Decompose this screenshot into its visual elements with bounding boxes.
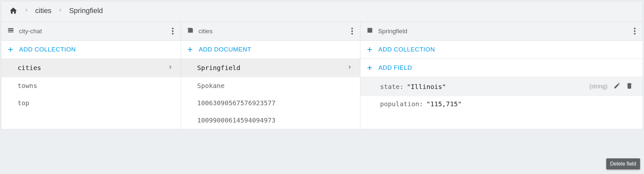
field-type: (string) bbox=[589, 83, 608, 90]
add-collection-button[interactable]: + ADD COLLECTION bbox=[1, 41, 181, 59]
edit-icon[interactable] bbox=[611, 81, 623, 92]
list-item[interactable]: towns bbox=[1, 77, 181, 94]
menu-button[interactable] bbox=[350, 26, 354, 36]
plus-icon: + bbox=[188, 46, 193, 53]
chevron-right-icon bbox=[346, 63, 353, 72]
breadcrumb-item[interactable]: cities bbox=[35, 7, 51, 15]
delete-icon[interactable] bbox=[623, 81, 636, 92]
chevron-right-icon bbox=[57, 7, 63, 15]
breadcrumb-item[interactable]: Springfield bbox=[69, 7, 103, 15]
chevron-right-icon bbox=[167, 63, 174, 72]
plus-icon: + bbox=[367, 65, 372, 71]
field-value: "Illinois" bbox=[407, 83, 446, 91]
plus-icon: + bbox=[8, 46, 13, 53]
collection-list: cities towns top bbox=[1, 59, 181, 112]
field-value: "115,715" bbox=[427, 100, 462, 108]
document-icon bbox=[366, 27, 373, 36]
field-key: population bbox=[380, 100, 419, 108]
document-list: Springfield Spokane 10063090567576923577… bbox=[181, 59, 360, 129]
home-icon[interactable] bbox=[9, 7, 18, 15]
add-document-button[interactable]: + ADD DOCUMENT bbox=[181, 41, 360, 59]
menu-button[interactable] bbox=[171, 26, 175, 36]
field-row[interactable]: population: "115,715" bbox=[360, 96, 643, 112]
add-label: ADD COLLECTION bbox=[378, 46, 435, 53]
collection-icon bbox=[187, 27, 194, 36]
project-panel: city-chat + ADD COLLECTION cities towns bbox=[1, 22, 181, 129]
add-field-button[interactable]: + ADD FIELD bbox=[360, 59, 643, 77]
add-label: ADD DOCUMENT bbox=[199, 46, 251, 53]
panel-header: cities bbox=[181, 22, 360, 41]
document-panel: Springfield + ADD COLLECTION + ADD FIELD… bbox=[360, 22, 643, 129]
list-item[interactable]: 10063090567576923577 bbox=[181, 94, 360, 112]
breadcrumb: cities Springfield bbox=[1, 1, 643, 22]
panel-header: Springfield bbox=[360, 22, 643, 41]
add-label: ADD FIELD bbox=[378, 64, 412, 71]
chevron-right-icon bbox=[23, 7, 29, 15]
list-item[interactable]: top bbox=[1, 94, 181, 112]
list-item[interactable]: Springfield bbox=[181, 59, 360, 77]
menu-button[interactable] bbox=[633, 26, 637, 36]
panel-title: Springfield bbox=[378, 28, 633, 35]
panel-header: city-chat bbox=[1, 22, 181, 41]
plus-icon: + bbox=[367, 46, 372, 53]
database-icon bbox=[7, 27, 14, 36]
add-label: ADD COLLECTION bbox=[19, 46, 76, 53]
field-key: state bbox=[380, 83, 399, 91]
panel-title: city-chat bbox=[19, 28, 171, 35]
list-item[interactable]: 10099000614594094973 bbox=[181, 112, 360, 129]
list-item[interactable]: cities bbox=[1, 59, 181, 77]
list-item[interactable]: Spokane bbox=[181, 77, 360, 94]
panel-title: cities bbox=[199, 28, 350, 35]
add-collection-button[interactable]: + ADD COLLECTION bbox=[360, 41, 643, 59]
field-row[interactable]: state: "Illinois" (string) bbox=[360, 77, 643, 96]
collection-panel: cities + ADD DOCUMENT Springfield Spokan… bbox=[181, 22, 361, 129]
